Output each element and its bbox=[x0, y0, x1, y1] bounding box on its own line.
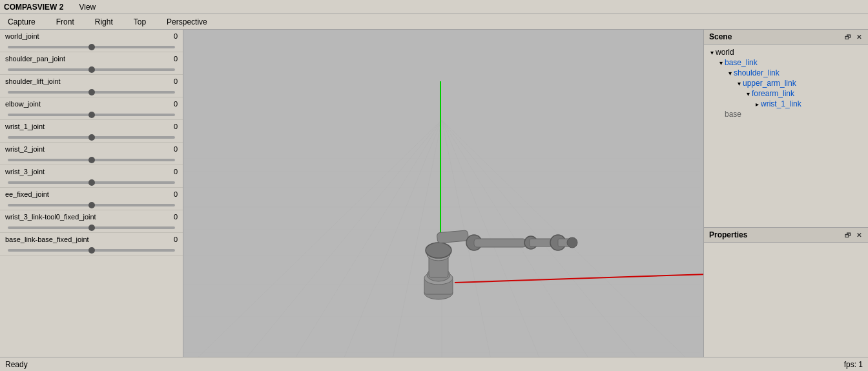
joint-slider[interactable] bbox=[8, 91, 175, 94]
svg-point-26 bbox=[426, 243, 451, 258]
menu-view[interactable]: View bbox=[76, 2, 98, 12]
joint-header: base_link-base_fixed_joint 0 bbox=[5, 236, 178, 243]
joint-slider-container bbox=[5, 41, 178, 50]
svg-line-12 bbox=[338, 120, 442, 357]
toolbar-perspective[interactable]: Perspective bbox=[163, 16, 211, 28]
toolbar-top[interactable]: Top bbox=[130, 16, 150, 28]
tree-item[interactable]: ▾world bbox=[704, 47, 868, 57]
robot-container bbox=[183, 30, 703, 357]
joint-name: shoulder_lift_joint bbox=[5, 77, 61, 85]
joint-value: 0 bbox=[174, 145, 178, 153]
properties-title: Properties bbox=[709, 230, 747, 239]
joint-name: wrist_2_joint bbox=[5, 145, 45, 153]
status-text: Ready bbox=[5, 360, 28, 369]
properties-panel-header: Properties 🗗 ✕ bbox=[704, 228, 868, 243]
tree-item[interactable]: ▾forearm_link bbox=[704, 88, 868, 99]
joint-slider[interactable] bbox=[8, 181, 175, 184]
joint-slider[interactable] bbox=[8, 136, 175, 139]
robot-arm bbox=[424, 230, 577, 299]
scene-restore-btn[interactable]: 🗗 bbox=[843, 34, 852, 41]
joint-slider-container bbox=[5, 154, 178, 163]
joint-value: 0 bbox=[174, 168, 178, 175]
joint-name: base_link-base_fixed_joint bbox=[5, 236, 89, 243]
tree-item[interactable]: ▾base_link bbox=[704, 57, 868, 68]
joint-name: world_joint bbox=[5, 32, 39, 40]
svg-point-34 bbox=[567, 237, 577, 248]
joint-value: 0 bbox=[174, 213, 178, 221]
tree-arrow: ▾ bbox=[735, 80, 743, 87]
joint-row: wrist_3_link-tool0_fixed_joint 0 bbox=[0, 210, 183, 233]
fps-value: 1 bbox=[858, 360, 863, 369]
toolbar-capture[interactable]: Capture bbox=[4, 16, 39, 28]
tree-arrow: ▾ bbox=[744, 90, 752, 97]
joint-header: wrist_3_joint 0 bbox=[5, 168, 178, 175]
joint-value: 0 bbox=[174, 32, 178, 40]
tree-label: base bbox=[725, 110, 741, 119]
app-title: COMPASVIEW 2 bbox=[4, 3, 63, 12]
properties-panel: Properties 🗗 ✕ bbox=[704, 228, 868, 357]
joint-header: shoulder_lift_joint 0 bbox=[5, 77, 178, 85]
svg-line-13 bbox=[390, 120, 442, 357]
props-header-buttons: 🗗 ✕ bbox=[843, 232, 863, 239]
main-area: world_joint 0 shoulder_pan_joint 0 shoul… bbox=[0, 30, 868, 357]
right-panel: Scene 🗗 ✕ ▾world▾base_link▾shoulder_link… bbox=[703, 30, 868, 357]
tree-item[interactable]: ▸wrist_1_link bbox=[704, 99, 868, 109]
toolbar-front[interactable]: Front bbox=[52, 16, 78, 28]
scene-title: Scene bbox=[709, 32, 732, 41]
svg-line-10 bbox=[235, 120, 442, 357]
joint-row: shoulder_pan_joint 0 bbox=[0, 52, 183, 75]
joint-slider-container bbox=[5, 86, 178, 95]
joint-slider-container bbox=[5, 245, 178, 254]
toolbar: Capture Front Right Top Perspective bbox=[0, 14, 868, 30]
svg-rect-29 bbox=[474, 239, 526, 247]
joint-name: wrist_1_joint bbox=[5, 123, 45, 130]
tree-item[interactable]: base bbox=[704, 109, 868, 119]
scene-header-buttons: 🗗 ✕ bbox=[843, 34, 863, 41]
fps-display: fps: 1 bbox=[844, 360, 863, 369]
props-restore-btn[interactable]: 🗗 bbox=[843, 232, 852, 239]
joint-value: 0 bbox=[174, 123, 178, 130]
tree-label: base_link bbox=[725, 58, 758, 67]
title-bar: COMPASVIEW 2 View bbox=[0, 0, 868, 14]
joint-slider[interactable] bbox=[8, 226, 175, 229]
fps-label: fps: bbox=[844, 360, 856, 369]
joint-slider-container bbox=[5, 109, 178, 118]
joint-name: wrist_3_link-tool0_fixed_joint bbox=[5, 213, 96, 221]
tree-arrow: ▾ bbox=[717, 59, 725, 66]
tree-label: upper_arm_link bbox=[743, 79, 796, 88]
scene-tree[interactable]: ▾world▾base_link▾shoulder_link▾upper_arm… bbox=[704, 45, 868, 228]
svg-line-11 bbox=[287, 120, 442, 357]
joint-header: elbow_joint 0 bbox=[5, 100, 178, 108]
joint-slider[interactable] bbox=[8, 204, 175, 206]
viewport[interactable] bbox=[183, 30, 703, 357]
joint-slider[interactable] bbox=[8, 68, 175, 71]
joint-header: shoulder_pan_joint 0 bbox=[5, 55, 178, 63]
joints-panel: world_joint 0 shoulder_pan_joint 0 shoul… bbox=[0, 30, 183, 357]
joint-value: 0 bbox=[174, 236, 178, 243]
tree-arrow: ▾ bbox=[726, 70, 734, 77]
joint-slider[interactable] bbox=[8, 114, 175, 116]
toolbar-right[interactable]: Right bbox=[91, 16, 117, 28]
robot-svg bbox=[183, 30, 703, 357]
tree-item[interactable]: ▾shoulder_link bbox=[704, 68, 868, 78]
tree-item[interactable]: ▾upper_arm_link bbox=[704, 78, 868, 88]
joint-slider[interactable] bbox=[8, 46, 175, 48]
joint-header: ee_fixed_joint 0 bbox=[5, 190, 178, 198]
joint-header: wrist_1_joint 0 bbox=[5, 123, 178, 130]
status-bar: Ready fps: 1 bbox=[0, 357, 868, 371]
scene-close-btn[interactable]: ✕ bbox=[855, 34, 863, 41]
joint-header: wrist_2_joint 0 bbox=[5, 145, 178, 153]
joint-row: wrist_3_joint 0 bbox=[0, 165, 183, 188]
joint-slider[interactable] bbox=[8, 159, 175, 161]
joint-name: ee_fixed_joint bbox=[5, 190, 49, 198]
joint-row: wrist_1_joint 0 bbox=[0, 120, 183, 143]
joint-row: base_link-base_fixed_joint 0 bbox=[0, 233, 183, 256]
svg-rect-27 bbox=[437, 230, 468, 243]
joint-value: 0 bbox=[174, 55, 178, 63]
joint-slider-container bbox=[5, 132, 178, 141]
props-close-btn[interactable]: ✕ bbox=[855, 232, 863, 239]
joint-slider[interactable] bbox=[8, 249, 175, 252]
joint-value: 0 bbox=[174, 100, 178, 108]
tree-label: world bbox=[716, 48, 734, 57]
joint-name: shoulder_pan_joint bbox=[5, 55, 65, 63]
